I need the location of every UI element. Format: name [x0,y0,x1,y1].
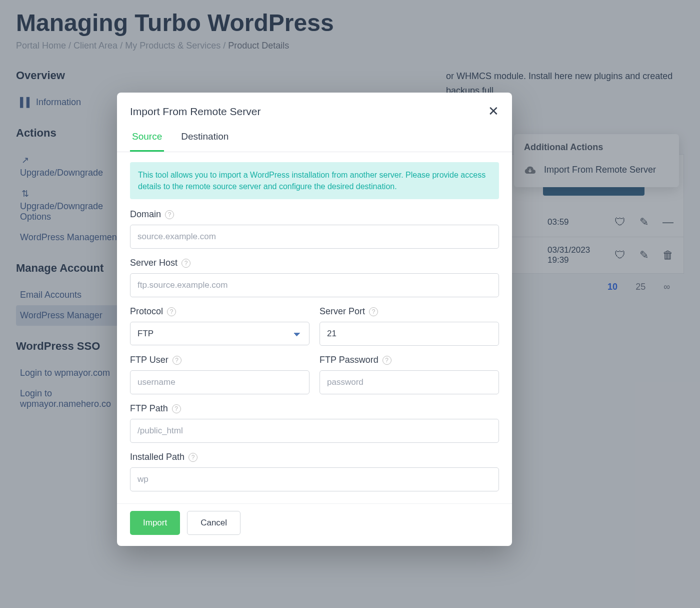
help-icon[interactable]: ? [167,307,176,316]
modal-title: Import From Remote Server [130,106,260,118]
import-button[interactable]: Import [130,511,180,535]
ftp-password-input[interactable] [320,370,499,394]
help-icon[interactable]: ? [182,259,190,268]
help-icon[interactable]: ? [188,453,198,462]
protocol-label: Protocol ? [130,306,310,317]
protocol-select[interactable]: FTP [130,322,310,345]
import-modal: Import From Remote Server ✕ Source Desti… [117,93,512,546]
server-port-label: Server Port ? [320,306,499,317]
help-icon[interactable]: ? [165,210,174,219]
modal-tabs: Source Destination [117,124,512,152]
ftp-password-label: FTP Password ? [320,355,499,365]
installed-path-label: Installed Path ? [130,452,499,462]
domain-input[interactable] [130,225,499,249]
server-port-input[interactable] [320,322,499,346]
ftp-path-input[interactable] [130,419,499,443]
server-host-label: Server Host ? [130,258,499,268]
help-icon[interactable]: ? [369,307,378,316]
help-icon[interactable]: ? [172,356,182,365]
ftp-user-input[interactable] [130,370,310,394]
close-icon: ✕ [488,104,499,119]
ftp-user-label: FTP User ? [130,355,310,365]
cancel-button[interactable]: Cancel [187,511,240,535]
close-button[interactable]: ✕ [488,104,499,119]
ftp-path-label: FTP Path ? [130,403,499,414]
installed-path-input[interactable] [130,467,499,491]
tab-source[interactable]: Source [130,124,164,152]
tab-destination[interactable]: Destination [179,124,230,152]
server-host-input[interactable] [130,273,499,297]
info-message: This tool allows you to import a WordPre… [130,162,499,199]
help-icon[interactable]: ? [172,404,181,413]
domain-label: Domain ? [130,209,499,220]
help-icon[interactable]: ? [382,356,392,365]
